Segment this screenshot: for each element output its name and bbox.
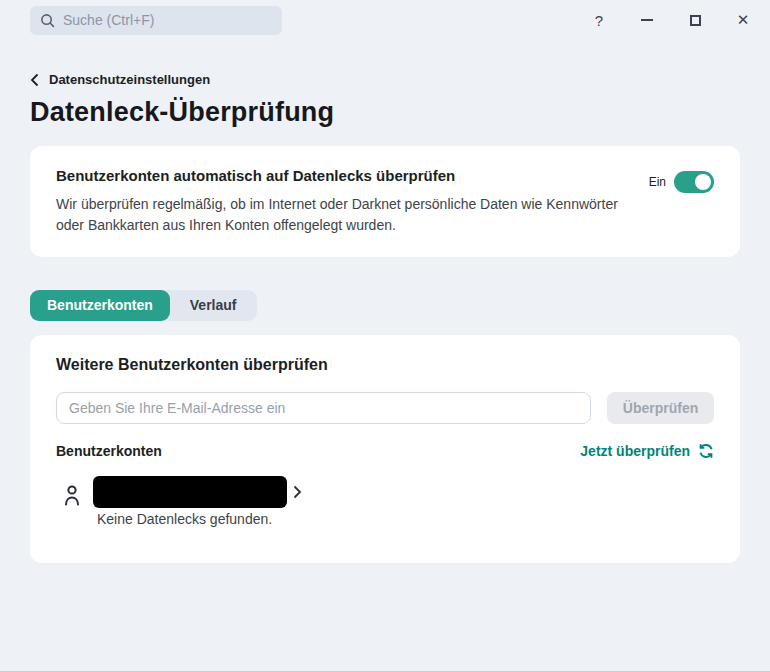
check-accounts-card: Weitere Benutzerkonten überprüfen Überpr… <box>30 335 740 563</box>
email-field[interactable] <box>56 392 591 424</box>
check-now-label: Jetzt überprüfen <box>580 443 690 459</box>
search-icon <box>40 13 55 28</box>
auto-check-title: Benutzerkonten automatisch auf Datenleck… <box>56 167 619 184</box>
tab-bar: Benutzerkonten Verlauf <box>30 290 257 321</box>
window-controls: ? ✕ <box>590 11 752 29</box>
check-button[interactable]: Überprüfen <box>607 392 714 424</box>
check-card-title: Weitere Benutzerkonten überprüfen <box>56 356 714 374</box>
search-box[interactable] <box>30 6 282 35</box>
title-bar: ? ✕ <box>0 0 770 40</box>
page-title: Datenleck-Überprüfung <box>30 97 740 128</box>
close-button[interactable]: ✕ <box>734 11 752 29</box>
account-email-redacted <box>93 476 287 508</box>
account-status: Keine Datenlecks gefunden. <box>97 511 714 527</box>
auto-check-toggle[interactable] <box>674 171 714 193</box>
auto-check-description: Wir überprüfen regelmäßig, ob im Interne… <box>56 194 619 236</box>
minimize-button[interactable] <box>638 11 656 29</box>
maximize-icon <box>690 15 701 26</box>
tab-benutzerkonten[interactable]: Benutzerkonten <box>30 290 170 321</box>
auto-check-card: Benutzerkonten automatisch auf Datenleck… <box>30 146 740 257</box>
check-now-link[interactable]: Jetzt überprüfen <box>580 443 714 459</box>
accounts-section-label: Benutzerkonten <box>56 443 162 459</box>
user-icon <box>63 483 93 507</box>
toggle-state-label: Ein <box>649 171 666 193</box>
minimize-icon <box>641 19 653 21</box>
toggle-knob <box>695 174 711 190</box>
tab-verlauf[interactable]: Verlauf <box>170 290 257 321</box>
breadcrumb-back[interactable]: Datenschutzeinstellungen <box>30 72 210 87</box>
account-row[interactable]: Keine Datenlecks gefunden. <box>56 476 714 527</box>
chevron-right-icon <box>293 485 302 499</box>
maximize-button[interactable] <box>686 11 704 29</box>
refresh-icon <box>698 443 714 459</box>
help-button[interactable]: ? <box>590 11 608 29</box>
breadcrumb-label: Datenschutzeinstellungen <box>49 72 210 87</box>
search-input[interactable] <box>63 12 272 28</box>
chevron-left-icon <box>30 73 39 87</box>
